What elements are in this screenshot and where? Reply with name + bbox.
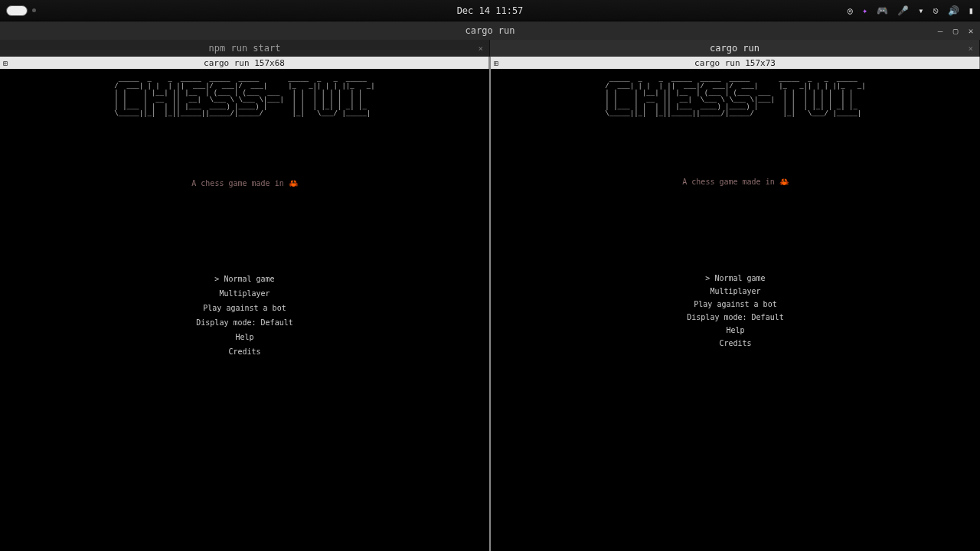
tab-label: npm run start xyxy=(209,43,281,54)
menu-item-multiplayer[interactable]: Multiplayer xyxy=(491,285,980,298)
pane-title-text: cargo run 157x73 xyxy=(694,58,776,68)
menu-item-display-mode[interactable]: Display mode: Default xyxy=(491,311,980,324)
menu-item-normal-game[interactable]: Normal game xyxy=(0,272,489,286)
app-tagline: A chess game made in 🦀 xyxy=(0,179,489,187)
window-maximize-button[interactable]: ▢ xyxy=(949,24,962,37)
volume-icon[interactable]: 🔊 xyxy=(948,5,959,16)
system-tray: ◎ ✦ 🎮 🎤 ▾ ⎋ 🔊 ▮ xyxy=(848,5,974,16)
wifi-icon[interactable]: ▾ xyxy=(918,5,923,16)
tab-close-icon[interactable]: × xyxy=(968,44,973,54)
pane-menu-icon[interactable]: ⊞ xyxy=(3,59,8,67)
menu-item-help[interactable]: Help xyxy=(0,330,489,344)
pane-title-right[interactable]: ⊞ cargo run 157x73 xyxy=(491,57,980,69)
pane-title-strip: ⊞ cargo run 157x68 ⊞ cargo run 157x73 xyxy=(0,57,980,69)
battery-icon[interactable]: ▮ xyxy=(969,5,974,16)
terminal-pane-left[interactable]: _____ _ _ _____ _____ _____ _____ _ _ __… xyxy=(0,69,489,551)
menu-item-credits[interactable]: Credits xyxy=(491,337,980,350)
menu-item-credits[interactable]: Credits xyxy=(0,344,489,359)
tab-label: cargo run xyxy=(710,43,760,54)
pane-title-text: cargo run 157x68 xyxy=(204,58,285,68)
app-tagline: A chess game made in 🦀 xyxy=(491,178,980,186)
network-icon[interactable]: ⎋ xyxy=(933,5,939,16)
workspace-dot xyxy=(32,8,36,12)
app-logo-ascii: _____ _ _ _____ _____ _____ _____ _ _ __… xyxy=(605,77,865,118)
app-tray-icon[interactable]: ✦ xyxy=(862,5,867,16)
pane-title-left[interactable]: ⊞ cargo run 157x68 xyxy=(0,57,489,69)
menu-item-normal-game[interactable]: Normal game xyxy=(491,272,980,285)
menu-item-play-bot[interactable]: Play against a bot xyxy=(0,301,489,315)
activities-pill[interactable] xyxy=(6,5,28,16)
system-clock[interactable]: Dec 14 11:57 xyxy=(0,5,980,16)
main-menu: Normal game Multiplayer Play against a b… xyxy=(491,272,980,350)
mic-icon[interactable]: 🎤 xyxy=(897,5,909,16)
window-titlebar: cargo run — ▢ ✕ xyxy=(0,21,980,40)
tab-npm-run-start[interactable]: npm run start × xyxy=(0,40,490,57)
system-top-bar: Dec 14 11:57 ◎ ✦ 🎮 🎤 ▾ ⎋ 🔊 ▮ xyxy=(0,0,980,21)
pane-menu-icon[interactable]: ⊞ xyxy=(494,59,498,67)
terminal-split: _____ _ _ _____ _____ _____ _____ _ _ __… xyxy=(0,69,980,551)
window-title: cargo run xyxy=(465,25,514,36)
menu-item-play-bot[interactable]: Play against a bot xyxy=(491,298,980,311)
tab-cargo-run[interactable]: cargo run × xyxy=(490,40,980,57)
window-close-button[interactable]: ✕ xyxy=(965,24,977,37)
window-minimize-button[interactable]: — xyxy=(934,24,946,37)
main-menu: Normal game Multiplayer Play against a b… xyxy=(0,272,489,359)
discord-tray-icon[interactable]: 🎮 xyxy=(877,5,888,16)
menu-item-display-mode[interactable]: Display mode: Default xyxy=(0,315,489,330)
terminal-pane-right[interactable]: _____ _ _ _____ _____ _____ _____ _ _ __… xyxy=(491,69,980,551)
app-logo-ascii: _____ _ _ _____ _____ _____ _____ _ _ __… xyxy=(114,77,374,118)
menu-item-multiplayer[interactable]: Multiplayer xyxy=(0,286,489,301)
tab-close-icon[interactable]: × xyxy=(478,44,483,54)
obs-tray-icon[interactable]: ◎ xyxy=(848,5,853,16)
menu-item-help[interactable]: Help xyxy=(491,324,980,337)
tab-strip: npm run start × cargo run × xyxy=(0,40,980,57)
